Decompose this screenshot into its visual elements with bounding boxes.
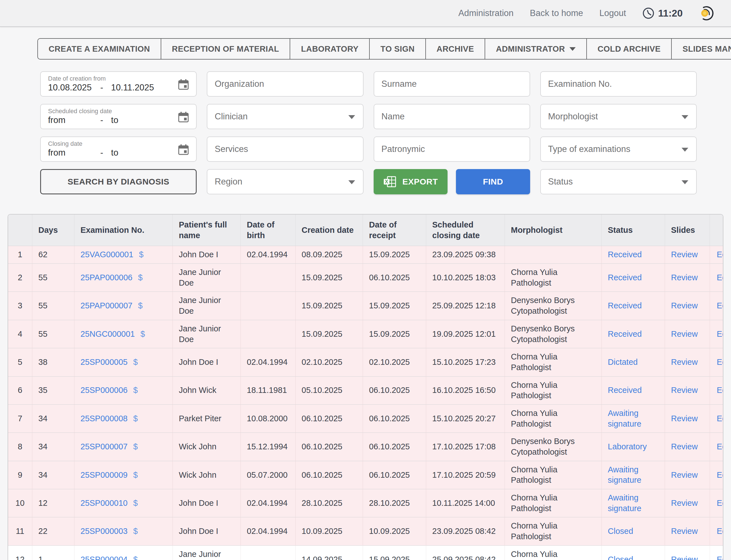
examination-number-link[interactable]: 25VAG000001 bbox=[81, 250, 133, 259]
morphologist-select[interactable]: Morphologist bbox=[540, 104, 697, 129]
search-by-diagnosis-button[interactable]: SEARCH BY DIAGNOSIS bbox=[40, 169, 197, 194]
tab-archive[interactable]: ARCHIVE bbox=[426, 39, 485, 59]
price-icon[interactable]: $ bbox=[139, 250, 143, 259]
status-link[interactable]: Received bbox=[608, 301, 642, 310]
region-select[interactable]: Region bbox=[207, 169, 363, 194]
calendar-icon[interactable] bbox=[177, 144, 189, 156]
tab-to-sign[interactable]: TO SIGN bbox=[370, 39, 426, 59]
price-icon[interactable]: $ bbox=[133, 555, 138, 560]
slides-review-link[interactable]: Review bbox=[671, 358, 698, 366]
closing-date-field[interactable]: Closing date from - to bbox=[40, 136, 197, 162]
find-button[interactable]: FIND bbox=[456, 169, 530, 194]
examination-number-link[interactable]: 25SP000007 bbox=[81, 442, 128, 451]
tab-reception-of-material[interactable]: RECEPTION OF MATERIAL bbox=[161, 39, 290, 59]
morphologist-cell: Denysenko Borys Cytopathologist bbox=[505, 320, 602, 348]
price-icon[interactable]: $ bbox=[138, 301, 142, 310]
price-icon[interactable]: $ bbox=[133, 386, 138, 395]
examination-number-link[interactable]: 25SP000009 bbox=[81, 470, 128, 479]
date-of-creation-field[interactable]: Date of creation from 10.08.2025 - 10.11… bbox=[40, 71, 197, 97]
edit-link[interactable]: Edit bbox=[717, 555, 723, 560]
examination-number-link[interactable]: 25NGC000001 bbox=[81, 329, 135, 338]
edit-link[interactable]: Edit bbox=[717, 386, 723, 395]
date-of-receipt-cell: 15.09.2025 bbox=[363, 292, 426, 320]
slides-review-link[interactable]: Review bbox=[671, 442, 698, 451]
examination-number-link[interactable]: 25SP000006 bbox=[81, 386, 128, 395]
tab-administrator[interactable]: ADMINISTRATOR bbox=[485, 39, 587, 59]
slides-review-link[interactable]: Review bbox=[671, 386, 698, 395]
tab-laboratory[interactable]: LABORATORY bbox=[290, 39, 370, 59]
price-icon[interactable]: $ bbox=[138, 273, 142, 282]
logout-link[interactable]: Logout bbox=[600, 8, 626, 18]
calendar-icon[interactable] bbox=[177, 111, 189, 123]
edit-link[interactable]: Edit bbox=[717, 498, 723, 507]
slides-review-link[interactable]: Review bbox=[671, 555, 698, 560]
price-icon[interactable]: $ bbox=[133, 414, 138, 423]
date-of-receipt-cell: 28.10.2025 bbox=[363, 489, 426, 517]
price-icon[interactable]: $ bbox=[133, 470, 138, 479]
examination-number-link[interactable]: 25SP000005 bbox=[81, 358, 128, 366]
clinician-select[interactable]: Clinician bbox=[207, 104, 363, 129]
slides-review-link[interactable]: Review bbox=[671, 301, 698, 310]
examination-no-input[interactable] bbox=[540, 71, 697, 97]
type-of-examinations-select[interactable]: Type of examinations bbox=[540, 136, 697, 162]
name-input[interactable] bbox=[374, 104, 530, 129]
days-cell: 22 bbox=[32, 517, 74, 545]
status-link[interactable]: Awaiting signature bbox=[608, 493, 641, 513]
surname-input[interactable] bbox=[374, 71, 530, 97]
edit-link[interactable]: Edit bbox=[717, 273, 723, 282]
examination-number-link[interactable]: 25PAP000006 bbox=[81, 273, 133, 282]
edit-link[interactable]: Edit bbox=[717, 470, 723, 479]
slides-review-link[interactable]: Review bbox=[671, 329, 698, 338]
edit-link[interactable]: Edit bbox=[717, 527, 723, 536]
edit-link[interactable]: Edit bbox=[717, 358, 723, 366]
status-link[interactable]: Closed bbox=[608, 555, 633, 560]
slides-review-link[interactable]: Review bbox=[671, 470, 698, 479]
status-link[interactable]: Closed bbox=[608, 527, 633, 536]
status-link[interactable]: Laboratory bbox=[608, 442, 647, 451]
examination-number-link[interactable]: 25SP000004 bbox=[81, 555, 128, 560]
calendar-icon[interactable] bbox=[177, 79, 189, 90]
row-index-cell: 5 bbox=[8, 348, 32, 376]
patronymic-input[interactable] bbox=[374, 136, 530, 162]
price-icon[interactable]: $ bbox=[140, 329, 145, 338]
examination-number-link[interactable]: 25PAP000007 bbox=[81, 301, 133, 310]
status-link[interactable]: Dictated bbox=[608, 358, 638, 366]
edit-link[interactable]: Edit bbox=[717, 301, 723, 310]
slides-cell: Review bbox=[665, 264, 710, 292]
tab-create-a-examination[interactable]: CREATE A EXAMINATION bbox=[38, 39, 161, 59]
status-cell: Received bbox=[602, 292, 665, 320]
edit-link[interactable]: Edit bbox=[717, 442, 723, 451]
status-link[interactable]: Received bbox=[608, 250, 642, 259]
export-button[interactable]: X EXPORT bbox=[374, 169, 448, 194]
slides-review-link[interactable]: Review bbox=[671, 273, 698, 282]
status-link[interactable]: Awaiting signature bbox=[608, 409, 641, 428]
organization-input[interactable] bbox=[207, 71, 363, 97]
edit-link[interactable]: Edit bbox=[717, 329, 723, 338]
status-link[interactable]: Received bbox=[608, 273, 642, 282]
scheduled-closing-date-field[interactable]: Scheduled closing date from - to bbox=[40, 104, 197, 129]
price-icon[interactable]: $ bbox=[133, 358, 138, 366]
status-link[interactable]: Received bbox=[608, 386, 642, 395]
price-icon[interactable]: $ bbox=[133, 527, 138, 536]
edit-link[interactable]: Edit bbox=[717, 414, 723, 423]
services-input[interactable] bbox=[207, 136, 363, 162]
status-link[interactable]: Awaiting signature bbox=[608, 465, 641, 485]
examination-number-link[interactable]: 25SP000010 bbox=[81, 498, 128, 507]
edit-link[interactable]: Edit bbox=[717, 250, 723, 259]
status-link[interactable]: Received bbox=[608, 329, 642, 338]
tab-slides-manager[interactable]: SLIDES MANAGER bbox=[672, 39, 731, 59]
slides-review-link[interactable]: Review bbox=[671, 498, 698, 507]
tab-cold-archive[interactable]: COLD ARCHIVE bbox=[587, 39, 672, 59]
slides-review-link[interactable]: Review bbox=[671, 250, 698, 259]
app-logo-icon[interactable] bbox=[699, 5, 715, 21]
price-icon[interactable]: $ bbox=[133, 498, 138, 507]
examination-number-link[interactable]: 25SP000003 bbox=[81, 527, 128, 536]
slides-review-link[interactable]: Review bbox=[671, 414, 698, 423]
status-select[interactable]: Status bbox=[540, 169, 697, 194]
slides-review-link[interactable]: Review bbox=[671, 527, 698, 536]
back-to-home-link[interactable]: Back to home bbox=[530, 8, 583, 18]
edit-cell: Edit bbox=[710, 348, 723, 376]
administration-link[interactable]: Administration bbox=[459, 8, 514, 18]
examination-number-link[interactable]: 25SP000008 bbox=[81, 414, 128, 423]
price-icon[interactable]: $ bbox=[133, 442, 138, 451]
